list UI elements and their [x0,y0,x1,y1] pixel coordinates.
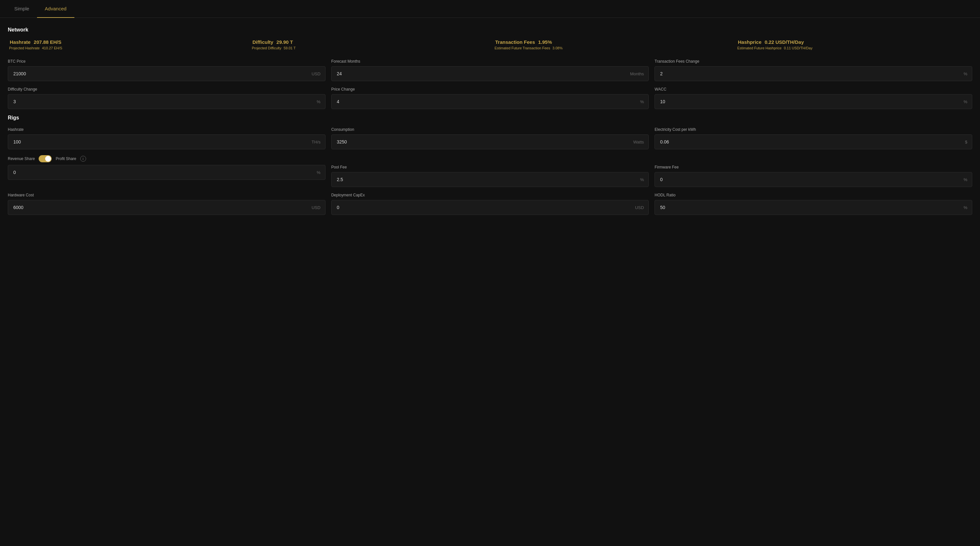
electricity-cost-label: Electricity Cost per kWh [654,127,972,132]
price-change-unit: % [636,99,649,104]
field-pool-fee: Pool Fee % [331,165,649,187]
projected-hashrate: Projected Hashrate 410.27 EH/S [8,46,244,50]
pool-fee-input[interactable] [332,172,636,187]
tab-bar: Simple Advanced [0,0,980,18]
tx-fees-change-unit: % [959,71,972,76]
field-price-change: Price Change % [331,87,649,109]
btc-price-unit: USD [307,71,325,76]
tx-fees-change-input[interactable] [655,67,959,81]
rigs-row-3: Hardware Cost USD Deployment CapEx USD H… [8,193,972,215]
field-hardware-cost: Hardware Cost USD [8,193,326,215]
projected-difficulty: Projected Difficulty 59.01 T [250,46,487,50]
info-icon[interactable]: i [80,156,86,162]
field-btc-price: BTC Price USD [8,59,326,81]
stat-hashprice: Hashprice 0.22 USD/TH/Day Estimated Futu… [736,39,972,50]
forecast-months-input-wrapper: Months [331,66,649,81]
forecast-months-unit: Months [625,71,649,76]
form-row-2: Difficulty Change % Price Change % WACC … [8,87,972,109]
hodl-ratio-input[interactable] [655,200,959,214]
stat-hashrate: Hashrate 207.88 EH/S Projected Hashrate … [8,39,244,50]
tx-fees-change-label: Transaction Fees Change [654,59,972,63]
consumption-label: Consumption [331,127,649,132]
tx-fees-label: Transaction Fees 1.95% [493,39,730,45]
main-content: Network Hashrate 207.88 EH/S Projected H… [0,18,980,230]
field-electricity-cost: Electricity Cost per kWh $ [654,127,972,149]
btc-price-label: BTC Price [8,59,326,63]
revenue-share-row: Revenue Share Profit Share i [8,155,972,162]
deployment-capex-input[interactable] [332,200,630,214]
field-consumption: Consumption Watts [331,127,649,149]
consumption-input[interactable] [332,135,629,149]
field-firmware-fee: Firmware Fee % [654,165,972,187]
network-title: Network [8,27,972,33]
btc-price-input[interactable] [8,67,307,81]
wacc-unit: % [959,99,972,104]
deployment-capex-unit: USD [630,205,648,210]
hashrate-label: Hashrate 207.88 EH/S [8,39,244,45]
field-deployment-capex: Deployment CapEx USD [331,193,649,215]
toggle-knob [45,156,51,162]
difficulty-label: Difficulty 29.90 T [250,39,487,45]
firmware-fee-input[interactable] [655,172,959,187]
form-row-1: BTC Price USD Forecast Months Months Tra… [8,59,972,81]
hodl-ratio-input-wrapper: % [654,200,972,215]
difficulty-change-input[interactable] [8,94,312,109]
revenue-share-toggle[interactable] [39,155,52,162]
hardware-cost-input[interactable] [8,200,307,214]
btc-price-input-wrapper: USD [8,66,326,81]
revenue-share-label: Revenue Share [8,157,35,161]
forecast-months-label: Forecast Months [331,59,649,63]
electricity-cost-input-wrapper: $ [654,134,972,149]
firmware-fee-input-wrapper: % [654,172,972,187]
difficulty-change-input-wrapper: % [8,94,326,109]
deployment-capex-input-wrapper: USD [331,200,649,215]
tab-advanced[interactable]: Advanced [37,0,75,18]
hardware-cost-label: Hardware Cost [8,193,326,197]
field-hodl-ratio: HODL Ratio % [654,193,972,215]
estimated-future-tx: Estimated Future Transaction Fees 3.08% [493,46,730,50]
profit-share-label: Profit Share [56,157,76,161]
difficulty-change-label: Difficulty Change [8,87,326,92]
network-stats: Hashrate 207.88 EH/S Projected Hashrate … [8,39,972,50]
rigs-title: Rigs [8,115,972,121]
hodl-ratio-unit: % [959,205,972,210]
field-wacc: WACC % [654,87,972,109]
tx-fees-change-input-wrapper: % [654,66,972,81]
rigs-hashrate-unit: TH/s [307,140,325,144]
firmware-fee-label: Firmware Fee [654,165,972,170]
wacc-label: WACC [654,87,972,92]
electricity-cost-input[interactable] [655,135,960,149]
rigs-hashrate-input[interactable] [8,135,307,149]
stat-tx-fees: Transaction Fees 1.95% Estimated Future … [493,39,730,50]
wacc-input[interactable] [655,94,959,109]
forecast-months-input[interactable] [332,67,625,81]
field-forecast-months: Forecast Months Months [331,59,649,81]
hardware-cost-input-wrapper: USD [8,200,326,215]
field-tx-fees-change: Transaction Fees Change % [654,59,972,81]
rigs-row-2: % Pool Fee % Firmware Fee % [8,165,972,187]
electricity-cost-unit: $ [961,140,972,144]
rigs-hashrate-input-wrapper: TH/s [8,134,326,149]
revenue-share-input[interactable] [8,165,312,179]
hashprice-label: Hashprice 0.22 USD/TH/Day [736,39,972,45]
rigs-section: Rigs Hashrate TH/s Consumption Watts Ele… [8,115,972,215]
pool-fee-label: Pool Fee [331,165,649,170]
firmware-fee-unit: % [959,177,972,182]
pool-fee-unit: % [636,177,649,182]
tab-simple[interactable]: Simple [6,0,37,18]
field-rigs-hashrate: Hashrate TH/s [8,127,326,149]
revenue-share-unit: % [312,170,325,175]
deployment-capex-label: Deployment CapEx [331,193,649,197]
estimated-future-hashprice: Estimated Future Hashprice 0.11 USD/TH/D… [736,46,972,50]
price-change-label: Price Change [331,87,649,92]
price-change-input[interactable] [332,94,636,109]
price-change-input-wrapper: % [331,94,649,109]
consumption-unit: Watts [629,140,649,144]
stat-difficulty: Difficulty 29.90 T Projected Difficulty … [250,39,487,50]
pool-fee-input-wrapper: % [331,172,649,187]
hardware-cost-unit: USD [307,205,325,210]
field-revenue-share-value: % [8,165,326,187]
rigs-row-1: Hashrate TH/s Consumption Watts Electric… [8,127,972,149]
revenue-share-input-wrapper: % [8,165,326,180]
wacc-input-wrapper: % [654,94,972,109]
